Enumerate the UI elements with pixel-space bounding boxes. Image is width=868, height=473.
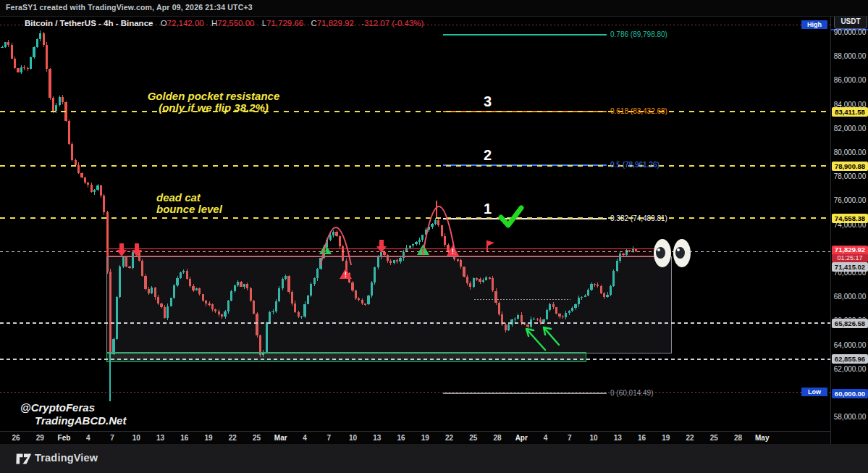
time-axis-label: May [751,434,773,442]
green-checkmark-drawing [497,203,526,230]
time-axis-label: 7 [101,434,123,442]
current-price-value: 71,829.92 [832,246,868,254]
time-axis-label: 16 [390,434,412,442]
price-tick: 80,000.00 [831,148,868,156]
symbol-legend[interactable]: Bitcoin / TetherUS - 4h - Binance O72,14… [25,19,424,28]
time-axis-label: 13 [150,434,172,442]
close-value: 71,829.92 [317,19,354,28]
price-tick: 68,000.00 [831,293,868,301]
time-axis-label: 22 [439,434,460,442]
time-axis-label: 7 [559,434,581,442]
price-tag-yellow: 83,411.58 [832,107,868,117]
time-axis-label: 4 [294,434,316,442]
time-axis-label: 22 [222,434,243,442]
time-axis-label: 22 [679,434,701,442]
price-tag-gray: 65,826.58 [832,319,868,328]
time-axis-label: 10 [125,434,147,442]
time-axis-label: 7 [318,434,340,442]
eye-icon [654,239,671,267]
footer-bar: TradingView [0,444,868,473]
time-axis-label: 28 [486,434,508,442]
golden-pocket-annotation: Golden pocket resistance (only if we fli… [109,91,319,114]
top-arcs-drawing [0,0,830,431]
price-tick: 86,000.00 [831,76,868,84]
time-axis-label: 25 [246,434,268,442]
time-axis-label: 28 [728,434,749,442]
tradingview-chart-window: 0.786 (89,798.80)0.618 (83,432.68)30.5 (… [0,0,868,473]
dead-cat-annotation: dead cat bounce level [156,192,222,215]
time-axis-label: 19 [414,434,436,442]
time-axis-label: 4 [535,434,557,442]
open-value: 72,142.00 [167,19,204,28]
change-value: -312.07 (-0.43%) [361,19,424,28]
chart-plot-area[interactable]: 0.786 (89,798.80)0.618 (83,432.68)30.5 (… [0,0,830,431]
price-tag-yellow: 74,558.38 [832,214,868,223]
watermark: @CryptoFeras TradingABCD.Net [20,401,126,427]
time-axis-label: 10 [583,434,604,442]
symbol-title: Bitcoin / TetherUS - 4h - Binance [25,19,153,28]
bar-countdown: 01:25:17 [832,254,868,262]
price-tag-blue: 60,000.00 [832,389,868,398]
current-price-tag: 71,829.9201:25:17 [832,246,868,262]
time-axis-label: Feb [54,434,75,442]
high-value: 72,550.00 [217,19,254,28]
low-tag: Low [801,388,827,396]
time-axis-label: 25 [703,434,725,442]
time-axis-label: 13 [607,434,628,442]
time-axis-label: 13 [366,434,388,442]
currency-toggle-button[interactable]: USDT [834,14,867,29]
price-tick: 78,000.00 [831,172,868,180]
close-label: C [311,19,316,28]
time-axis-label: 19 [655,434,677,442]
eye-icon [673,239,691,267]
price-tick: 90,000.00 [831,28,868,36]
price-tick: 82,000.00 [831,125,868,133]
high-tag: High [801,20,827,29]
time-axis-label: Mar [270,434,292,442]
price-tag-yellow: 78,900.88 [832,162,868,171]
time-scale[interactable]: 2629Feb47101316192225Mar4710131619222528… [0,431,868,445]
attribution-text: FeraSY1 created with TradingView.com, Ap… [6,3,253,12]
time-axis-label: 25 [463,434,484,442]
eyes-emoji [654,239,691,270]
time-axis-label: Apr [510,434,532,442]
attribution-bar: FeraSY1 created with TradingView.com, Ap… [0,0,868,17]
time-axis-label: 16 [631,434,653,442]
open-label: O [161,19,167,28]
brand-name[interactable]: TradingView [35,452,98,464]
price-tick: 88,000.00 [831,52,868,60]
price-tag-gray: 62,855.96 [832,354,868,364]
price-tick: 76,000.00 [831,196,868,204]
tradingview-logo[interactable] [16,453,32,465]
price-scale[interactable]: USDT 90,000.0088,000.0086,000.0084,000.0… [830,0,868,444]
price-tick: 64,000.00 [831,341,868,349]
time-axis-label: 10 [342,434,364,442]
time-axis-label: 29 [29,434,51,442]
price-tag-gray: 71,415.02 [832,262,868,272]
time-axis-label: 19 [198,434,219,442]
time-axis-label: 26 [5,434,27,442]
price-tick: 58,000.00 [831,413,868,421]
time-axis-label: 16 [174,434,195,442]
price-tick: 62,000.00 [831,365,868,373]
low-value: 71,729.66 [266,19,303,28]
time-axis-label: 4 [77,434,99,442]
